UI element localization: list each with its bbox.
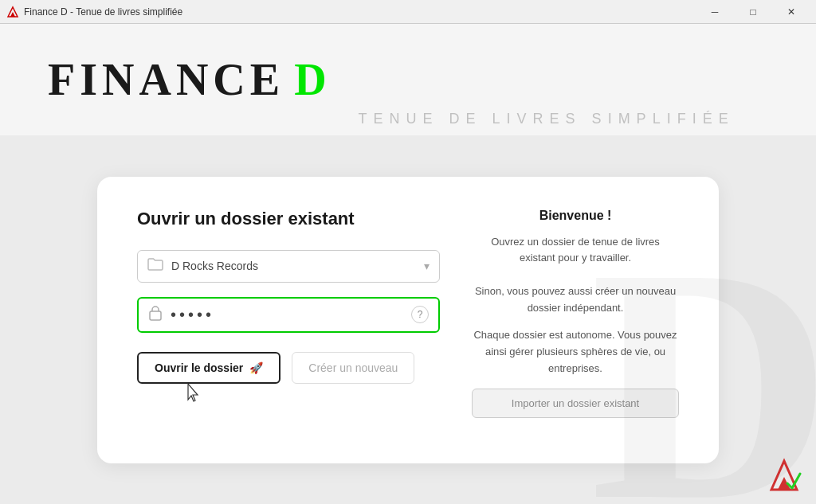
close-button[interactable]: ✕ <box>773 0 810 24</box>
title-bar-left: Finance D - Tenue de livres simplifiée <box>6 6 182 18</box>
password-field[interactable]: ••••• ? <box>137 297 440 333</box>
minimize-button[interactable]: ─ <box>696 0 733 24</box>
folder-icon <box>147 257 163 275</box>
open-dossier-label: Ouvrir le dossier <box>155 361 243 374</box>
left-panel: Ouvrir un dossier existant D Rocks Recor… <box>137 209 440 432</box>
logo-subtitle-text: Tenue de livres simplifiée <box>359 111 735 127</box>
welcome-title: Bienvenue ! <box>539 209 612 223</box>
lock-icon <box>148 305 163 325</box>
logo-d-text: D <box>294 54 326 105</box>
title-bar-text: Finance D - Tenue de livres simplifiée <box>24 6 182 18</box>
panel-title: Ouvrir un dossier existant <box>137 209 440 229</box>
watermark-logo <box>765 455 803 496</box>
right-panel: Bienvenue ! Ouvrez un dossier de tenue d… <box>472 209 679 432</box>
create-new-button[interactable]: Créer un nouveau <box>292 352 414 384</box>
help-icon[interactable]: ? <box>411 306 429 323</box>
password-dots[interactable]: ••••• <box>171 306 403 324</box>
title-bar: Finance D - Tenue de livres simplifiée ─… <box>0 0 816 24</box>
card-area: Ouvrir un dossier existant D Rocks Recor… <box>0 135 816 504</box>
buttons-row: Ouvrir le dossier 🚀 Créer un nouveau <box>137 352 440 384</box>
folder-selector[interactable]: D Rocks Records ▾ <box>137 250 440 283</box>
app-icon <box>6 6 19 18</box>
folder-chevron-icon: ▾ <box>424 260 430 272</box>
rocket-icon: 🚀 <box>249 361 263 374</box>
main-card: Ouvrir un dossier existant D Rocks Recor… <box>97 177 719 463</box>
import-dossier-label: Importer un dossier existant <box>512 397 639 409</box>
welcome-text-2: Chaque dossier est autonome. Vous pouvez… <box>472 327 679 377</box>
import-dossier-button[interactable]: Importer un dossier existant <box>472 389 679 418</box>
open-dossier-button[interactable]: Ouvrir le dossier 🚀 <box>137 352 280 384</box>
folder-name-text: D Rocks Records <box>171 260 416 272</box>
main-area: D Finance D Tenue de livres simplifiée O… <box>0 24 816 504</box>
welcome-text-1: Ouvrez un dossier de tenue de livres exi… <box>472 234 679 317</box>
maximize-button[interactable]: □ <box>735 0 771 24</box>
app-header: Finance D Tenue de livres simplifiée <box>0 24 816 135</box>
logo-finance-text: Finance <box>48 54 284 105</box>
title-bar-controls: ─ □ ✕ <box>696 0 810 24</box>
svg-rect-1 <box>150 311 161 320</box>
create-new-label: Créer un nouveau <box>308 361 398 374</box>
